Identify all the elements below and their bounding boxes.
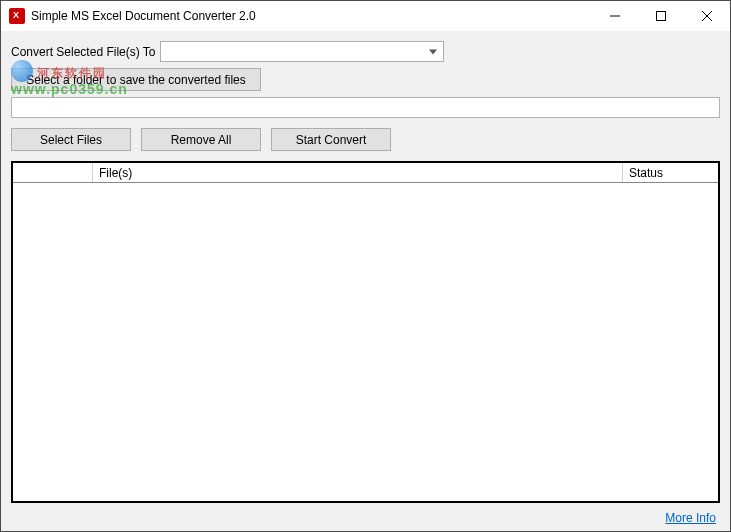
remove-all-button[interactable]: Remove All bbox=[141, 128, 261, 151]
minimize-button[interactable] bbox=[592, 1, 638, 31]
start-convert-button[interactable]: Start Convert bbox=[271, 128, 391, 151]
chevron-down-icon bbox=[425, 44, 441, 60]
col-files[interactable]: File(s) bbox=[93, 163, 623, 182]
app-window: Simple MS Excel Document Converter 2.0 河… bbox=[0, 0, 731, 532]
select-folder-button[interactable]: Select a folder to save the converted fi… bbox=[11, 68, 261, 91]
more-info-link[interactable]: More Info bbox=[11, 511, 720, 525]
table-body[interactable] bbox=[13, 183, 718, 501]
convert-row: Convert Selected File(s) To bbox=[11, 41, 720, 62]
maximize-button[interactable] bbox=[638, 1, 684, 31]
content-area: 河东软件园 www.pc0359.cn Convert Selected Fil… bbox=[1, 31, 730, 531]
app-icon bbox=[9, 8, 25, 24]
files-table: File(s) Status bbox=[11, 161, 720, 503]
title-left: Simple MS Excel Document Converter 2.0 bbox=[1, 8, 256, 24]
window-controls bbox=[592, 1, 730, 31]
format-dropdown[interactable] bbox=[160, 41, 444, 62]
action-button-row: Select Files Remove All Start Convert bbox=[11, 128, 720, 151]
title-bar: Simple MS Excel Document Converter 2.0 bbox=[1, 1, 730, 31]
select-files-button[interactable]: Select Files bbox=[11, 128, 131, 151]
folder-row: Select a folder to save the converted fi… bbox=[11, 68, 720, 91]
svg-rect-1 bbox=[657, 12, 666, 21]
table-header: File(s) Status bbox=[13, 163, 718, 183]
close-button[interactable] bbox=[684, 1, 730, 31]
convert-label: Convert Selected File(s) To bbox=[11, 45, 156, 59]
window-title: Simple MS Excel Document Converter 2.0 bbox=[31, 9, 256, 23]
col-status[interactable]: Status bbox=[623, 163, 718, 182]
output-path-field[interactable] bbox=[11, 97, 720, 118]
col-blank[interactable] bbox=[13, 163, 93, 182]
